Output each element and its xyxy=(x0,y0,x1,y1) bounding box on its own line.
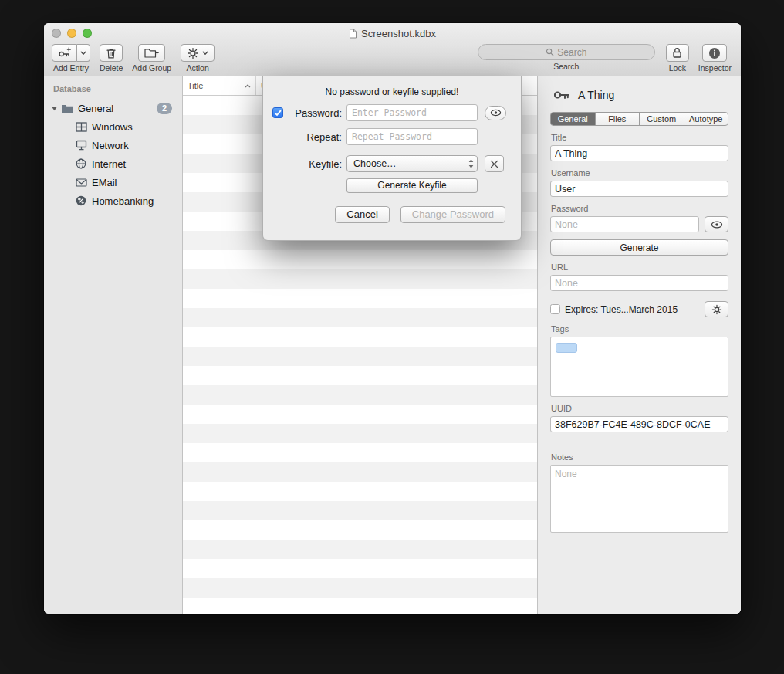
tab-autotype[interactable]: Autotype xyxy=(684,113,728,125)
expires-settings-button[interactable] xyxy=(705,301,728,317)
title-field-label: Title xyxy=(551,133,728,142)
inspector-tabs: General Files Custom Autotype xyxy=(550,112,728,126)
add-group-label: Add Group xyxy=(132,63,171,73)
key-icon xyxy=(553,87,570,103)
windows-icon xyxy=(74,122,88,132)
keyfile-popup[interactable]: Choose… xyxy=(346,155,478,172)
globe-icon xyxy=(74,158,88,169)
generate-password-button[interactable]: Generate xyxy=(550,239,728,256)
use-password-checkbox[interactable] xyxy=(272,107,283,118)
action-button[interactable] xyxy=(181,44,215,62)
repeat-label: Repeat: xyxy=(288,131,342,143)
change-password-button[interactable]: Change Password xyxy=(400,206,505,223)
sidebar-item-label: Internet xyxy=(92,158,126,170)
title-bar[interactable]: Screenshot.kdbx xyxy=(44,23,741,43)
envelope-icon xyxy=(74,178,88,187)
search-label: Search xyxy=(553,62,579,71)
gear-icon xyxy=(187,47,199,59)
expires-label: Expires: Tues...March 2015 xyxy=(565,304,700,315)
inspector-label: Inspector xyxy=(698,63,732,73)
tab-general[interactable]: General xyxy=(551,113,596,125)
folder-plus-icon xyxy=(144,47,159,59)
checkbox-spacer xyxy=(272,131,283,142)
disclosure-triangle-icon[interactable] xyxy=(49,106,59,111)
x-icon xyxy=(490,160,498,168)
cancel-button[interactable]: Cancel xyxy=(335,206,389,223)
column-title-label: Title xyxy=(188,81,203,90)
change-password-sheet: No password or keyfile supplied! Passwor… xyxy=(262,76,522,241)
minimize-button[interactable] xyxy=(67,29,76,38)
username-field[interactable] xyxy=(550,181,728,197)
inspector-tool: Inspector xyxy=(698,44,732,73)
keyfile-label: Keyfile: xyxy=(288,158,342,170)
title-field[interactable] xyxy=(550,145,728,161)
new-password-input[interactable] xyxy=(346,104,478,121)
reveal-password-button[interactable] xyxy=(485,106,506,120)
sidebar-item-network[interactable]: Network xyxy=(44,136,182,154)
clear-keyfile-button[interactable] xyxy=(485,155,504,172)
delete-button[interactable] xyxy=(100,44,123,62)
chevron-down-icon xyxy=(202,51,208,56)
window-title-group: Screenshot.kdbx xyxy=(349,28,436,39)
generate-keyfile-row: Generate Keyfile xyxy=(263,178,521,193)
repeat-password-input[interactable] xyxy=(346,128,478,145)
delete-label: Delete xyxy=(100,63,123,73)
search-tool: Search Search xyxy=(478,44,655,71)
tab-files[interactable]: Files xyxy=(596,113,640,125)
zoom-button[interactable] xyxy=(83,29,92,38)
repeat-row: Repeat: xyxy=(263,128,521,145)
url-field[interactable] xyxy=(550,275,728,291)
username-field-label: Username xyxy=(551,168,728,178)
sidebar-group-label: General xyxy=(78,103,113,114)
sidebar-item-internet[interactable]: Internet xyxy=(44,154,182,173)
document-icon xyxy=(349,29,357,39)
delete-tool: Delete xyxy=(100,44,123,73)
action-tool: Action xyxy=(181,44,215,73)
uuid-label: UUID xyxy=(551,404,728,413)
sidebar-item-email[interactable]: EMail xyxy=(44,173,182,191)
macpass-window: Screenshot.kdbx Add Entry D xyxy=(44,23,741,614)
tag-chip[interactable] xyxy=(556,343,577,353)
password-field-label: Password xyxy=(551,204,728,213)
lock-button[interactable] xyxy=(666,44,689,62)
add-group-button[interactable] xyxy=(138,44,165,62)
search-input[interactable]: Search xyxy=(478,44,655,60)
add-entry-menu-button[interactable] xyxy=(77,44,90,62)
add-entry-button[interactable] xyxy=(52,44,77,62)
generate-keyfile-button[interactable]: Generate Keyfile xyxy=(346,178,478,193)
uuid-field[interactable] xyxy=(550,416,728,432)
lock-label: Lock xyxy=(669,63,686,73)
sidebar-group-general[interactable]: General 2 xyxy=(44,99,182,117)
sidebar-item-label: Network xyxy=(92,140,129,151)
sidebar-item-windows[interactable]: Windows xyxy=(44,117,182,136)
traffic-lights xyxy=(52,29,92,38)
sheet-actions: Cancel Change Password xyxy=(263,206,521,223)
add-group-tool: Add Group xyxy=(132,44,171,73)
lock-icon xyxy=(672,47,682,59)
close-button[interactable] xyxy=(52,29,61,38)
notes-field[interactable] xyxy=(550,465,728,533)
expires-checkbox[interactable] xyxy=(550,304,560,314)
sort-ascending-icon xyxy=(245,84,251,88)
column-header-title[interactable]: Title xyxy=(183,76,256,95)
tags-label: Tags xyxy=(551,324,728,334)
sidebar-item-homebanking[interactable]: Homebanking xyxy=(44,191,182,210)
tab-custom[interactable]: Custom xyxy=(640,113,684,125)
password-reveal-button[interactable] xyxy=(705,216,728,232)
info-icon xyxy=(708,47,721,59)
add-entry-label: Add Entry xyxy=(53,63,89,73)
checkmark-icon xyxy=(274,110,282,117)
folder-icon xyxy=(60,103,74,113)
password-row: Password: xyxy=(263,104,521,121)
percent-coin-icon xyxy=(74,195,88,206)
keyfile-popup-value: Choose… xyxy=(353,158,468,169)
expires-row: Expires: Tues...March 2015 xyxy=(550,301,728,317)
search-placeholder: Search xyxy=(557,47,586,58)
inspector-button[interactable] xyxy=(702,44,727,62)
key-plus-icon xyxy=(58,47,71,59)
password-field[interactable] xyxy=(550,216,699,232)
tags-field[interactable] xyxy=(550,337,728,397)
inspector-divider xyxy=(538,445,741,445)
window-chrome: Screenshot.kdbx Add Entry D xyxy=(44,23,741,76)
sidebar-header: Database xyxy=(44,83,182,99)
